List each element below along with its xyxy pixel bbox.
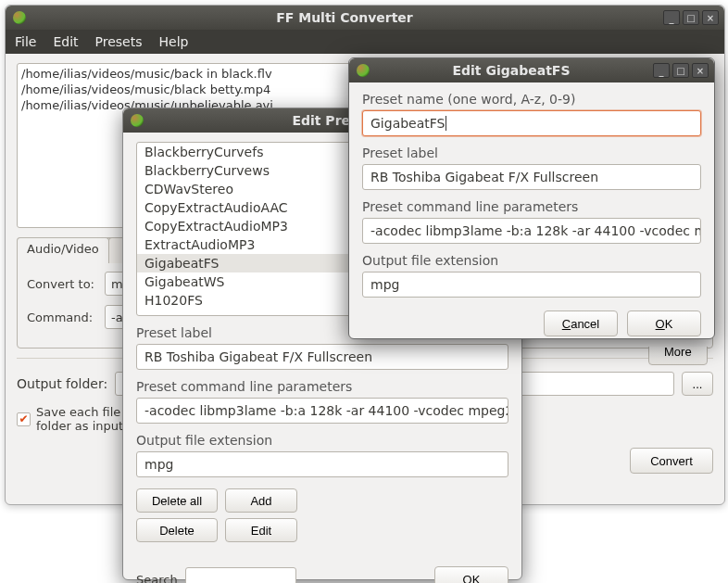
preset-ext-input[interactable]: mpg: [362, 272, 701, 298]
main-title: FF Multi Converter: [26, 10, 663, 25]
menu-help[interactable]: Help: [159, 34, 189, 49]
main-titlebar[interactable]: FF Multi Converter _ □ ×: [6, 6, 724, 30]
menu-presets[interactable]: Presets: [95, 34, 143, 49]
minimize-icon[interactable]: _: [653, 63, 670, 78]
command-label: Command:: [27, 311, 97, 324]
preset-ext-label: Output file extension: [136, 433, 508, 448]
preset-ext-label: Output file extension: [362, 253, 701, 268]
preset-params-input[interactable]: -acodec libmp3lame -b:a 128k -ar 44100 -…: [362, 218, 701, 244]
maximize-icon[interactable]: □: [683, 10, 699, 25]
search-label: Search: [136, 573, 178, 584]
presets-ok-button[interactable]: OK: [434, 566, 508, 583]
preset-name-label: Preset name (one word, A-z, 0-9): [362, 92, 701, 107]
close-icon[interactable]: ×: [702, 10, 719, 25]
close-icon[interactable]: ×: [692, 63, 709, 78]
delete-all-button[interactable]: Delete all: [136, 488, 218, 513]
maximize-icon[interactable]: □: [672, 63, 689, 78]
browse-button[interactable]: ...: [682, 372, 713, 396]
delete-button[interactable]: Delete: [136, 518, 218, 542]
text-cursor-icon: [446, 116, 446, 131]
edit-titlebar[interactable]: Edit GigabeatFS _ □ ×: [349, 58, 714, 82]
preset-ext-input[interactable]: mpg: [136, 451, 508, 477]
output-folder-label: Output folder:: [17, 376, 107, 391]
save-each-checkbox[interactable]: ✔: [17, 412, 31, 426]
edit-button[interactable]: Edit: [225, 518, 297, 542]
save-each-label: Save each file folder as input: [36, 405, 123, 433]
edit-title: Edit GigabeatFS: [370, 63, 653, 78]
more-button-partial: More: [648, 347, 713, 365]
preset-params-input[interactable]: -acodec libmp3lame -b:a 128k -ar 44100 -…: [136, 398, 508, 424]
minimize-icon[interactable]: _: [663, 10, 680, 25]
edit-preset-dialog: Edit GigabeatFS _ □ × Preset name (one w…: [348, 57, 715, 339]
tab-audiovideo[interactable]: Audio/Video: [17, 237, 109, 263]
preset-label-input[interactable]: RB Toshiba Gigabeat F/X Fullscreen: [136, 344, 508, 370]
add-button[interactable]: Add: [225, 488, 297, 513]
menubar: File Edit Presets Help: [6, 30, 724, 54]
app-icon: [131, 114, 144, 127]
more-button[interactable]: More: [648, 347, 708, 365]
preset-params-label: Preset command line parameters: [362, 199, 701, 214]
preset-params-label: Preset command line parameters: [136, 379, 508, 394]
ok-button[interactable]: OK: [627, 311, 701, 336]
app-icon: [357, 64, 370, 77]
preset-label-input[interactable]: RB Toshiba Gigabeat F/X Fullscreen: [362, 164, 701, 190]
preset-label-label: Preset label: [362, 146, 701, 160]
search-input[interactable]: [185, 567, 296, 583]
convert-button[interactable]: Convert: [630, 448, 713, 474]
menu-file[interactable]: File: [15, 34, 36, 49]
cancel-button[interactable]: Cancel: [544, 311, 618, 336]
window-controls: _ □ ×: [663, 10, 719, 25]
convert-to-label: Convert to:: [27, 277, 97, 291]
preset-name-input[interactable]: GigabeatFS: [362, 110, 701, 136]
app-icon: [13, 11, 26, 24]
menu-edit[interactable]: Edit: [53, 34, 78, 49]
